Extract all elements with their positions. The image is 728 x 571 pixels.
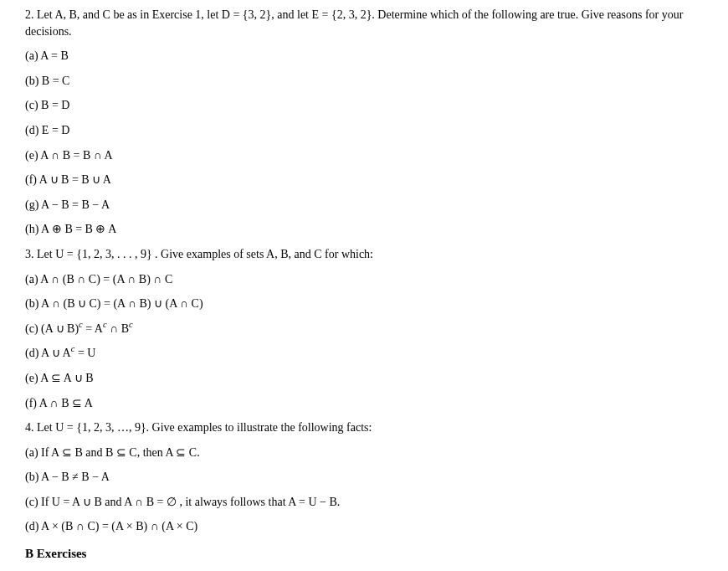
q3-b-text: (b) A ∩ (B ∪ C) = (A ∩ B) ∪ (A ∩ C): [25, 297, 203, 310]
q2-g-text: (g) A − B = B − A: [25, 198, 110, 211]
q2-item-c: (c) B = D: [25, 97, 703, 114]
q4-intro-text: 4. Let U = {1, 2, 3, …, 9}. Give example…: [25, 421, 372, 434]
q4-d-text: (d) A × (B ∩ C) = (A × B) ∩ (A × C): [25, 520, 197, 532]
q2-b-text: (b) B = C: [25, 75, 69, 87]
q2-item-a: (a) A = B: [25, 48, 703, 64]
q3-item-b: (b) A ∩ (B ∪ C) = (A ∩ B) ∪ (A ∩ C): [25, 296, 703, 312]
q4-c-text: (c) If U = A ∪ B and A ∩ B = ∅ , it alwa…: [25, 496, 340, 508]
q3-item-f: (f) A ∩ B ⊆ A: [25, 395, 703, 412]
q2-item-e: (e) A ∩ B = B ∩ A: [25, 147, 703, 164]
q3-c-pre: (c) (A ∪ B): [25, 322, 79, 335]
q4-item-c: (c) If U = A ∪ B and A ∩ B = ∅ , it alwa…: [25, 494, 703, 511]
q4-a-text: (a) If A ⊆ B and B ⊆ C, then A ⊆ C.: [25, 446, 200, 459]
complement-sup-icon: c: [129, 320, 133, 329]
q3-d-pre: (d) A ∪ A: [25, 347, 71, 359]
q2-item-b: (b) B = C: [25, 73, 703, 90]
q3-e-text: (e) A ⊆ A ∪ B: [25, 372, 94, 384]
q3-item-d: (d) A ∪ Ac = U: [25, 345, 703, 362]
q4-item-d: (d) A × (B ∩ C) = (A × B) ∩ (A × C): [25, 518, 703, 535]
q3-d-post: = U: [74, 347, 95, 359]
q2-c-text: (c) B = D: [25, 99, 69, 111]
q2-item-f: (f) A ∪ B = B ∪ A: [25, 172, 703, 188]
q4-b-text: (b) A − B ≠ B − A: [25, 471, 110, 483]
q2-item-d: (d) E = D: [25, 122, 703, 139]
q3-item-a: (a) A ∩ (B ∩ C) = (A ∩ B) ∩ C: [25, 271, 703, 288]
q2-item-g: (g) A − B = B − A: [25, 197, 703, 213]
section-b-text: B Exercises: [25, 547, 86, 560]
q2-h-text: (h) A ⊕ B = B ⊕ A: [25, 223, 116, 235]
q4-item-a: (a) If A ⊆ B and B ⊆ C, then A ⊆ C.: [25, 445, 703, 461]
q3-intro-text: 3. Let U = {1, 2, 3, . . . , 9} . Give e…: [25, 248, 373, 260]
q3-a-text: (a) A ∩ (B ∩ C) = (A ∩ B) ∩ C: [25, 273, 172, 286]
q3-c-mid: = A: [83, 322, 103, 335]
question-2-intro: 2. Let A, B, and C be as in Exercise 1, …: [25, 7, 703, 39]
q3-item-e: (e) A ⊆ A ∪ B: [25, 370, 703, 387]
section-b-heading: B Exercises: [25, 545, 703, 563]
q4-item-b: (b) A − B ≠ B − A: [25, 469, 703, 486]
question-4-intro: 4. Let U = {1, 2, 3, …, 9}. Give example…: [25, 419, 703, 436]
q2-item-h: (h) A ⊕ B = B ⊕ A: [25, 221, 703, 238]
q3-c-mid2: ∩ B: [107, 322, 129, 335]
q2-e-text: (e) A ∩ B = B ∩ A: [25, 149, 113, 162]
q2-intro-text: 2. Let A, B, and C be as in Exercise 1, …: [25, 8, 683, 38]
q2-f-text: (f) A ∪ B = B ∪ A: [25, 173, 111, 186]
question-3-intro: 3. Let U = {1, 2, 3, . . . , 9} . Give e…: [25, 246, 703, 263]
q3-item-c: (c) (A ∪ B)c = Ac ∩ Bc: [25, 321, 703, 337]
q2-a-text: (a) A = B: [25, 49, 69, 62]
q2-d-text: (d) E = D: [25, 124, 69, 136]
q3-f-text: (f) A ∩ B ⊆ A: [25, 397, 93, 409]
